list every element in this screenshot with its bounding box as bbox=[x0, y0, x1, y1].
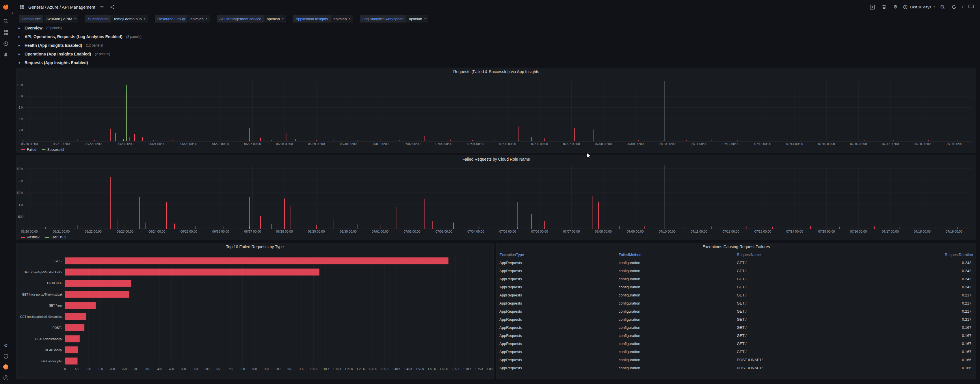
x-axis-tick-label: 06/20 00:00 bbox=[21, 142, 38, 146]
news-avatar-icon[interactable] bbox=[3, 364, 9, 370]
dashboard-title[interactable]: General / Azure / API Management bbox=[28, 5, 95, 10]
panel-title[interactable]: Requests (Failed & Successful) via App I… bbox=[16, 68, 976, 75]
table-cell: configuration bbox=[616, 331, 734, 339]
row-header-health[interactable]: ▸ Health (App Insights Enabled) (12 pane… bbox=[11, 41, 980, 50]
dashboards-icon[interactable] bbox=[3, 29, 9, 35]
x-axis-tick-label: 07/09 00:00 bbox=[627, 142, 644, 146]
chart-legend: westus2 East US 2 bbox=[16, 234, 976, 240]
bar[interactable] bbox=[65, 257, 449, 264]
table-row: AppRequestsconfigurationGET /0.243 bbox=[496, 258, 976, 267]
bar[interactable] bbox=[65, 302, 96, 309]
configuration-gear-icon[interactable]: ⚙ bbox=[3, 343, 9, 349]
table-row: AppRequestsconfigurationPOST /HNAP1/0.16… bbox=[496, 364, 976, 372]
apps-grid-icon bbox=[18, 3, 25, 11]
sidebar-expand-chevron-icon[interactable]: ▸ bbox=[12, 11, 14, 15]
star-dashboard-icon[interactable]: ☆ bbox=[98, 3, 106, 11]
y-axis-tick-label: 0 bbox=[22, 227, 23, 231]
bar[interactable] bbox=[65, 280, 131, 287]
table-cell: GET / bbox=[734, 299, 942, 307]
x-axis-tick-label: 800 bbox=[252, 368, 257, 371]
table-cell: AppRequests bbox=[496, 267, 616, 275]
share-dashboard-icon[interactable] bbox=[108, 3, 116, 11]
bar-category-label: GET /.env bbox=[49, 304, 63, 307]
failed-by-role-timeseries-chart[interactable]: 06/20 00:0006/21 00:0006/22 00:0006/23 0… bbox=[16, 163, 976, 234]
bar[interactable] bbox=[65, 346, 78, 354]
panel-title[interactable]: Exceptions Causing Request Failures bbox=[496, 243, 976, 250]
grafana-logo[interactable] bbox=[2, 3, 10, 10]
bar[interactable] bbox=[65, 269, 320, 276]
column-header-request-name[interactable]: RequestName bbox=[734, 250, 942, 258]
legend-swatch bbox=[21, 150, 25, 150]
column-header-exception-type[interactable]: ExceptionType bbox=[496, 250, 616, 258]
x-axis-tick-label: 07/05 00:00 bbox=[500, 230, 516, 233]
chevron-right-icon: ▸ bbox=[19, 43, 22, 48]
table-row: AppRequestsconfigurationGET /0.217 bbox=[496, 291, 976, 299]
legend-item-westus2[interactable]: westus2 bbox=[21, 235, 40, 239]
x-axis-tick-label: 07/08 00:00 bbox=[595, 230, 612, 233]
panel-exceptions-table: Exceptions Causing Request Failures Exce… bbox=[496, 243, 976, 379]
variable-log-analytics-workspace[interactable]: Log Analytics workspace apimlab▾ bbox=[360, 15, 428, 22]
time-range-picker[interactable]: Last 30 days ▾ bbox=[903, 5, 935, 9]
x-axis-tick-label: 1.25 K bbox=[357, 368, 365, 371]
variable-resource-group[interactable]: Resource Group apimlab▾ bbox=[155, 15, 210, 22]
requests-timeseries-chart[interactable]: 06/20 00:0006/21 00:0006/22 00:0006/23 0… bbox=[16, 75, 976, 147]
bar[interactable] bbox=[65, 324, 84, 331]
variable-subscription[interactable]: Subscription femeji demo sub▾ bbox=[85, 15, 148, 22]
column-header-request-duration[interactable]: RequestDuration bbox=[942, 250, 976, 258]
explore-compass-icon[interactable] bbox=[3, 41, 9, 46]
save-dashboard-icon[interactable] bbox=[880, 3, 888, 11]
bar[interactable] bbox=[65, 335, 80, 343]
row-header-operations[interactable]: ▸ Operations (App Insights Enabled) (2 p… bbox=[11, 50, 980, 58]
chevron-down-icon: ▾ bbox=[19, 61, 22, 65]
alerting-bell-icon[interactable] bbox=[3, 52, 9, 58]
row-header-api-operations-requests[interactable]: ▸ API, Operations, Requests (Log Analyti… bbox=[11, 32, 980, 41]
bar[interactable] bbox=[65, 358, 77, 365]
search-icon[interactable] bbox=[3, 18, 9, 24]
x-axis-tick-label: 07/12 00:00 bbox=[722, 230, 739, 233]
zoom-out-time-icon[interactable] bbox=[939, 3, 946, 11]
bar[interactable] bbox=[65, 291, 129, 298]
table-cell: 0.167 bbox=[942, 331, 976, 339]
refresh-interval-chevron-icon[interactable]: ▾ bbox=[962, 5, 963, 8]
table-cell: GET / bbox=[734, 267, 942, 275]
row-header-overview[interactable]: ▸ Overview (9 panels) bbox=[11, 24, 980, 32]
x-axis-tick-label: 700 bbox=[228, 368, 233, 371]
variable-datasource[interactable]: Datasource AzuMon | APIM▾ bbox=[19, 15, 78, 22]
variable-value: apimlab bbox=[190, 17, 204, 21]
variable-label: API Management service bbox=[216, 15, 264, 22]
refresh-dashboard-icon[interactable] bbox=[950, 3, 958, 11]
table-cell: GET / bbox=[734, 347, 942, 356]
x-axis-tick-label: 07/15 00:00 bbox=[818, 142, 835, 146]
panel-title[interactable]: Top 10 Failed Requests by Type bbox=[16, 243, 493, 250]
y-axis-tick-label: 8 K bbox=[19, 94, 23, 98]
x-axis-tick-label: 300 bbox=[134, 368, 138, 371]
dashboard-settings-gear-icon[interactable]: ⚙ bbox=[892, 3, 899, 11]
cycle-view-monitor-icon[interactable] bbox=[967, 3, 975, 11]
table-cell: configuration bbox=[616, 323, 734, 331]
add-panel-icon[interactable] bbox=[869, 3, 876, 11]
column-header-failed-method[interactable]: FailedMethod bbox=[616, 250, 734, 258]
variable-apim-service[interactable]: API Management service apimlab▾ bbox=[216, 15, 286, 22]
table-cell: AppRequests bbox=[496, 347, 616, 356]
x-axis-tick-label: 1.35 K bbox=[380, 368, 389, 371]
table-cell: 0.166 bbox=[942, 356, 976, 364]
x-axis-tick-label: 07/06 00:00 bbox=[531, 230, 548, 233]
row-header-requests-app-insights[interactable]: ▾ Requests (App Insights Enabled) bbox=[11, 58, 980, 67]
table-cell: configuration bbox=[616, 356, 734, 364]
legend-item-east-us-2[interactable]: East US 2 bbox=[45, 235, 66, 239]
x-axis-tick-label: 06/22 00:00 bbox=[84, 142, 101, 146]
help-icon[interactable]: ? bbox=[3, 375, 9, 381]
x-axis-tick-label: 100 bbox=[86, 368, 91, 371]
variable-label: Application Insights bbox=[293, 15, 331, 22]
x-axis-tick-label: 07/08 00:00 bbox=[595, 142, 612, 146]
x-axis-tick-label: 650 bbox=[216, 368, 221, 371]
panel-title[interactable]: Failed Requests by Cloud Role Name bbox=[16, 155, 976, 163]
table-row: AppRequestsconfigurationGET /0.217 bbox=[496, 307, 976, 315]
top10-bar-chart[interactable]: 0501001502002503003504004505005506006507… bbox=[16, 250, 493, 379]
legend-item-successful[interactable]: Successful bbox=[41, 148, 64, 152]
bar[interactable] bbox=[65, 313, 86, 320]
variable-application-insights[interactable]: Application Insights apimlab▾ bbox=[293, 15, 353, 22]
server-admin-shield-icon[interactable] bbox=[3, 354, 9, 359]
x-axis-tick-label: 500 bbox=[181, 368, 186, 371]
legend-item-failed[interactable]: Failed bbox=[21, 148, 37, 152]
